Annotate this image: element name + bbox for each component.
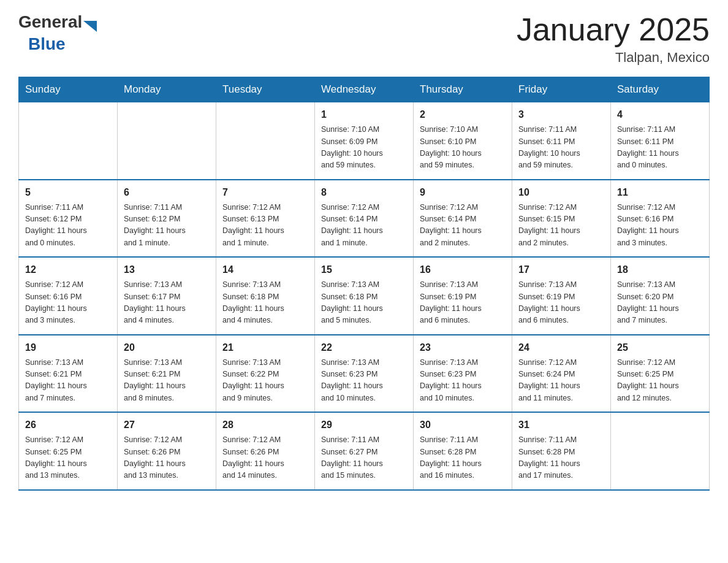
day-info: Sunrise: 7:13 AMSunset: 6:17 PMDaylight:… xyxy=(124,279,210,327)
calendar-day-cell: 9Sunrise: 7:12 AMSunset: 6:14 PMDaylight… xyxy=(414,180,512,258)
day-info: Sunrise: 7:11 AMSunset: 6:11 PMDaylight:… xyxy=(617,124,703,172)
day-info: Sunrise: 7:11 AMSunset: 6:28 PMDaylight:… xyxy=(518,434,604,482)
day-info: Sunrise: 7:12 AMSunset: 6:14 PMDaylight:… xyxy=(420,202,506,250)
day-number: 3 xyxy=(518,107,604,122)
calendar-week-row: 26Sunrise: 7:12 AMSunset: 6:25 PMDayligh… xyxy=(19,412,710,490)
day-number: 8 xyxy=(321,185,407,200)
day-info: Sunrise: 7:12 AMSunset: 6:16 PMDaylight:… xyxy=(617,202,703,250)
day-info: Sunrise: 7:12 AMSunset: 6:25 PMDaylight:… xyxy=(25,434,111,482)
calendar-day-cell: 13Sunrise: 7:13 AMSunset: 6:17 PMDayligh… xyxy=(118,257,216,335)
day-info: Sunrise: 7:11 AMSunset: 6:12 PMDaylight:… xyxy=(25,202,111,250)
day-of-week-tuesday: Tuesday xyxy=(216,77,315,102)
day-info: Sunrise: 7:13 AMSunset: 6:21 PMDaylight:… xyxy=(124,357,210,405)
day-number: 6 xyxy=(124,185,210,200)
calendar-day-cell: 21Sunrise: 7:13 AMSunset: 6:22 PMDayligh… xyxy=(216,335,315,413)
calendar-day-cell: 30Sunrise: 7:11 AMSunset: 6:28 PMDayligh… xyxy=(414,412,512,490)
day-info: Sunrise: 7:13 AMSunset: 6:20 PMDaylight:… xyxy=(617,279,703,327)
day-number: 9 xyxy=(420,185,506,200)
day-number: 31 xyxy=(518,418,604,432)
calendar-week-row: 1Sunrise: 7:10 AMSunset: 6:09 PMDaylight… xyxy=(19,102,710,180)
day-number: 19 xyxy=(25,340,111,355)
calendar-week-row: 19Sunrise: 7:13 AMSunset: 6:21 PMDayligh… xyxy=(19,335,710,413)
day-number: 7 xyxy=(222,185,308,200)
day-info: Sunrise: 7:13 AMSunset: 6:23 PMDaylight:… xyxy=(321,357,407,405)
day-number: 1 xyxy=(321,107,407,122)
calendar-day-cell: 26Sunrise: 7:12 AMSunset: 6:25 PMDayligh… xyxy=(19,412,118,490)
day-number: 20 xyxy=(124,340,210,355)
day-number: 23 xyxy=(420,340,506,355)
logo-blue-text: Blue xyxy=(28,34,66,54)
calendar-day-cell: 29Sunrise: 7:11 AMSunset: 6:27 PMDayligh… xyxy=(315,412,414,490)
title-block: January 2025 Tlalpan, Mexico xyxy=(517,12,710,66)
calendar-day-cell: 17Sunrise: 7:13 AMSunset: 6:19 PMDayligh… xyxy=(512,257,611,335)
calendar-day-cell: 5Sunrise: 7:11 AMSunset: 6:12 PMDaylight… xyxy=(19,180,118,258)
day-number: 17 xyxy=(518,262,604,277)
calendar-day-cell: 28Sunrise: 7:12 AMSunset: 6:26 PMDayligh… xyxy=(216,412,315,490)
day-number: 30 xyxy=(420,418,506,432)
day-info: Sunrise: 7:12 AMSunset: 6:16 PMDaylight:… xyxy=(25,279,111,327)
day-of-week-sunday: Sunday xyxy=(19,77,118,102)
calendar-day-cell: 23Sunrise: 7:13 AMSunset: 6:23 PMDayligh… xyxy=(414,335,512,413)
calendar-day-cell: 12Sunrise: 7:12 AMSunset: 6:16 PMDayligh… xyxy=(19,257,118,335)
day-number: 27 xyxy=(124,418,210,432)
calendar-day-cell: 14Sunrise: 7:13 AMSunset: 6:18 PMDayligh… xyxy=(216,257,315,335)
calendar-day-cell xyxy=(216,102,315,180)
day-info: Sunrise: 7:12 AMSunset: 6:25 PMDaylight:… xyxy=(617,357,703,405)
calendar-week-row: 5Sunrise: 7:11 AMSunset: 6:12 PMDaylight… xyxy=(19,180,710,258)
calendar-day-cell: 7Sunrise: 7:12 AMSunset: 6:13 PMDaylight… xyxy=(216,180,315,258)
day-number: 18 xyxy=(617,262,703,277)
calendar-day-cell: 24Sunrise: 7:12 AMSunset: 6:24 PMDayligh… xyxy=(512,335,611,413)
day-info: Sunrise: 7:13 AMSunset: 6:19 PMDaylight:… xyxy=(420,279,506,327)
calendar-table: SundayMondayTuesdayWednesdayThursdayFrid… xyxy=(18,77,710,491)
day-info: Sunrise: 7:11 AMSunset: 6:11 PMDaylight:… xyxy=(518,124,604,172)
day-info: Sunrise: 7:13 AMSunset: 6:19 PMDaylight:… xyxy=(518,279,604,327)
month-title: January 2025 xyxy=(517,12,710,47)
logo-arrow-icon xyxy=(83,21,97,32)
svg-marker-0 xyxy=(83,21,97,32)
page-header: General Blue January 2025 Tlalpan, Mexic… xyxy=(18,12,710,66)
day-number: 16 xyxy=(420,262,506,277)
calendar-day-cell: 3Sunrise: 7:11 AMSunset: 6:11 PMDaylight… xyxy=(512,102,611,180)
day-number: 24 xyxy=(518,340,604,355)
day-number: 4 xyxy=(617,107,703,122)
day-info: Sunrise: 7:12 AMSunset: 6:13 PMDaylight:… xyxy=(222,202,308,250)
calendar-day-cell: 4Sunrise: 7:11 AMSunset: 6:11 PMDaylight… xyxy=(611,102,710,180)
day-of-week-monday: Monday xyxy=(118,77,216,102)
day-info: Sunrise: 7:13 AMSunset: 6:21 PMDaylight:… xyxy=(25,357,111,405)
day-info: Sunrise: 7:10 AMSunset: 6:09 PMDaylight:… xyxy=(321,124,407,172)
day-info: Sunrise: 7:12 AMSunset: 6:15 PMDaylight:… xyxy=(518,202,604,250)
day-number: 11 xyxy=(617,185,703,200)
day-of-week-saturday: Saturday xyxy=(611,77,710,102)
day-number: 12 xyxy=(25,262,111,277)
location-text: Tlalpan, Mexico xyxy=(517,50,710,66)
calendar-day-cell xyxy=(19,102,118,180)
day-number: 21 xyxy=(222,340,308,355)
day-number: 15 xyxy=(321,262,407,277)
day-info: Sunrise: 7:12 AMSunset: 6:26 PMDaylight:… xyxy=(222,434,308,482)
day-info: Sunrise: 7:13 AMSunset: 6:18 PMDaylight:… xyxy=(321,279,407,327)
day-number: 13 xyxy=(124,262,210,277)
calendar-day-cell: 25Sunrise: 7:12 AMSunset: 6:25 PMDayligh… xyxy=(611,335,710,413)
day-number: 28 xyxy=(222,418,308,432)
calendar-day-cell: 18Sunrise: 7:13 AMSunset: 6:20 PMDayligh… xyxy=(611,257,710,335)
calendar-day-cell: 11Sunrise: 7:12 AMSunset: 6:16 PMDayligh… xyxy=(611,180,710,258)
day-number: 26 xyxy=(25,418,111,432)
day-info: Sunrise: 7:10 AMSunset: 6:10 PMDaylight:… xyxy=(420,124,506,172)
day-number: 29 xyxy=(321,418,407,432)
day-of-week-friday: Friday xyxy=(512,77,611,102)
day-info: Sunrise: 7:12 AMSunset: 6:26 PMDaylight:… xyxy=(124,434,210,482)
day-of-week-thursday: Thursday xyxy=(414,77,512,102)
calendar-day-cell: 6Sunrise: 7:11 AMSunset: 6:12 PMDaylight… xyxy=(118,180,216,258)
calendar-day-cell: 22Sunrise: 7:13 AMSunset: 6:23 PMDayligh… xyxy=(315,335,414,413)
calendar-header-row: SundayMondayTuesdayWednesdayThursdayFrid… xyxy=(19,77,710,102)
calendar-day-cell: 31Sunrise: 7:11 AMSunset: 6:28 PMDayligh… xyxy=(512,412,611,490)
calendar-day-cell: 16Sunrise: 7:13 AMSunset: 6:19 PMDayligh… xyxy=(414,257,512,335)
logo-general-text: General xyxy=(18,12,82,32)
calendar-day-cell: 20Sunrise: 7:13 AMSunset: 6:21 PMDayligh… xyxy=(118,335,216,413)
day-number: 10 xyxy=(518,185,604,200)
day-info: Sunrise: 7:11 AMSunset: 6:12 PMDaylight:… xyxy=(124,202,210,250)
calendar-day-cell: 1Sunrise: 7:10 AMSunset: 6:09 PMDaylight… xyxy=(315,102,414,180)
calendar-day-cell: 27Sunrise: 7:12 AMSunset: 6:26 PMDayligh… xyxy=(118,412,216,490)
day-number: 5 xyxy=(25,185,111,200)
calendar-week-row: 12Sunrise: 7:12 AMSunset: 6:16 PMDayligh… xyxy=(19,257,710,335)
